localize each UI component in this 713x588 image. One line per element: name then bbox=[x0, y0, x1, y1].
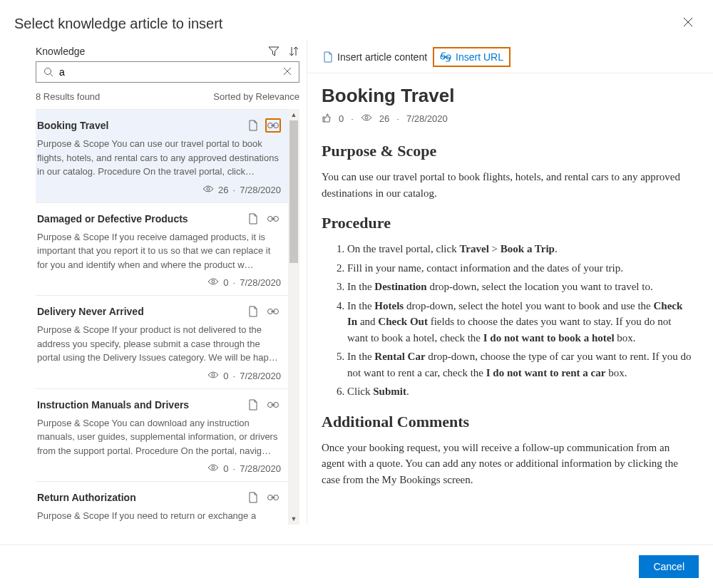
insert-content-icon[interactable] bbox=[245, 304, 261, 319]
result-item[interactable]: Damaged or Defective ProductsPurpose & S… bbox=[36, 203, 288, 296]
insert-url-icon[interactable] bbox=[265, 490, 281, 505]
procedure-list: On the travel portal, click Travel > Boo… bbox=[347, 241, 692, 400]
result-date: 7/28/2020 bbox=[240, 371, 281, 381]
result-snippet: Purpose & Scope If you need to return or… bbox=[37, 509, 281, 525]
document-icon bbox=[323, 51, 333, 63]
article-date: 7/28/2020 bbox=[406, 113, 448, 124]
svg-point-18 bbox=[365, 116, 368, 119]
views-icon bbox=[207, 371, 219, 381]
result-date: 7/28/2020 bbox=[240, 463, 281, 474]
heading-additional: Additional Comments bbox=[322, 413, 692, 431]
result-meta: 0·7/28/2020 bbox=[37, 277, 281, 288]
views-icon bbox=[202, 185, 214, 195]
views-icon bbox=[361, 113, 372, 124]
article-content: Purpose & Scope You can use our travel p… bbox=[322, 142, 692, 488]
link-icon bbox=[440, 52, 451, 62]
article-meta: 0 · 26 · 7/28/2020 bbox=[322, 113, 692, 125]
result-item[interactable]: Booking TravelPurpose & Scope You can us… bbox=[36, 110, 288, 203]
result-snippet: Purpose & Scope If you receive damaged p… bbox=[37, 230, 281, 272]
views-icon bbox=[207, 463, 219, 474]
scrollbar[interactable]: ▲ ▼ bbox=[288, 109, 299, 525]
scroll-thumb[interactable] bbox=[289, 120, 298, 263]
views-icon bbox=[207, 277, 219, 288]
result-snippet: Purpose & Scope You can download any ins… bbox=[37, 416, 281, 458]
article-views: 26 bbox=[379, 113, 389, 124]
thumbs-up-icon bbox=[322, 113, 332, 125]
insert-content-label: Insert article content bbox=[337, 51, 427, 63]
result-meta: 26·7/28/2020 bbox=[37, 185, 281, 195]
cancel-button[interactable]: Cancel bbox=[639, 555, 699, 578]
sort-icon[interactable] bbox=[288, 46, 299, 57]
insert-url-button[interactable]: Insert URL bbox=[433, 47, 511, 67]
result-views: 0 bbox=[223, 371, 228, 381]
result-title: Delivery Never Arrived bbox=[37, 306, 144, 317]
insert-content-icon[interactable] bbox=[245, 398, 261, 412]
filter-icon[interactable] bbox=[268, 46, 279, 57]
search-input[interactable] bbox=[59, 66, 283, 78]
results-count: 8 Results found bbox=[36, 91, 100, 102]
svg-point-0 bbox=[45, 68, 51, 75]
search-icon bbox=[43, 67, 53, 77]
result-meta: 0·7/28/2020 bbox=[37, 463, 281, 474]
close-button[interactable] bbox=[677, 14, 699, 33]
result-meta: 0·7/28/2020 bbox=[37, 371, 281, 381]
result-item[interactable]: Instruction Manuals and DriversPurpose &… bbox=[36, 389, 288, 483]
result-views: 0 bbox=[223, 277, 228, 288]
sorted-by: Sorted by Relevance bbox=[213, 91, 299, 102]
scroll-track[interactable] bbox=[288, 120, 299, 513]
insert-content-icon[interactable] bbox=[245, 490, 261, 505]
svg-point-3 bbox=[207, 187, 210, 190]
svg-point-9 bbox=[212, 373, 215, 376]
paragraph-purpose: You can use our travel portal to book fl… bbox=[322, 169, 692, 201]
result-views: 26 bbox=[218, 185, 228, 195]
article-title: Booking Travel bbox=[322, 85, 692, 107]
paragraph-additional: Once your booking request, you will rece… bbox=[322, 440, 692, 488]
insert-url-icon[interactable] bbox=[265, 212, 281, 226]
insert-url-icon[interactable] bbox=[265, 398, 281, 412]
result-item[interactable]: Return AuthorizationPurpose & Scope If y… bbox=[36, 482, 288, 525]
result-snippet: Purpose & Scope You can use our travel p… bbox=[37, 137, 281, 179]
scroll-down-arrow[interactable]: ▼ bbox=[288, 513, 299, 525]
heading-procedure: Procedure bbox=[322, 214, 692, 232]
result-title: Instruction Manuals and Drivers bbox=[37, 399, 189, 411]
heading-purpose: Purpose & Scope bbox=[322, 142, 692, 160]
insert-url-label: Insert URL bbox=[456, 51, 503, 63]
svg-point-12 bbox=[212, 466, 215, 469]
insert-article-content-button[interactable]: Insert article content bbox=[317, 48, 433, 66]
result-title: Booking Travel bbox=[37, 120, 108, 131]
insert-content-icon[interactable] bbox=[245, 118, 261, 133]
search-box[interactable] bbox=[36, 61, 299, 83]
result-snippet: Purpose & Scope If your product is not d… bbox=[37, 323, 281, 365]
article-likes: 0 bbox=[339, 113, 344, 124]
result-views: 0 bbox=[223, 463, 228, 474]
insert-url-icon[interactable] bbox=[265, 118, 281, 133]
insert-content-icon[interactable] bbox=[245, 212, 261, 226]
svg-point-6 bbox=[212, 280, 215, 283]
result-date: 7/28/2020 bbox=[240, 185, 281, 195]
result-title: Damaged or Defective Products bbox=[37, 213, 188, 225]
result-title: Return Authorization bbox=[37, 492, 136, 503]
dialog-title: Select knowledge article to insert bbox=[14, 16, 222, 32]
scroll-up-arrow[interactable]: ▲ bbox=[288, 109, 299, 120]
knowledge-heading: Knowledge bbox=[36, 46, 85, 57]
results-list[interactable]: Booking TravelPurpose & Scope You can us… bbox=[36, 109, 288, 525]
insert-url-icon[interactable] bbox=[265, 304, 281, 319]
result-date: 7/28/2020 bbox=[240, 277, 281, 288]
result-item[interactable]: Delivery Never ArrivedPurpose & Scope If… bbox=[36, 296, 288, 389]
clear-search-icon[interactable] bbox=[283, 66, 292, 78]
